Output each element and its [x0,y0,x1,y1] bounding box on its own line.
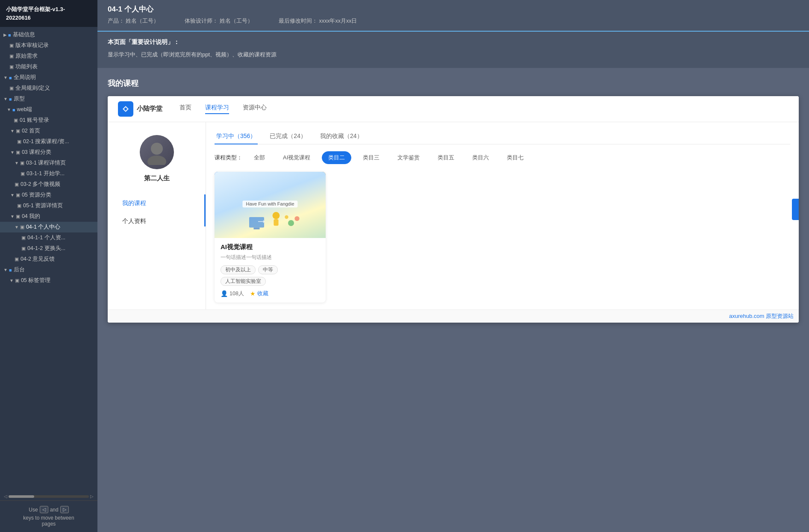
svg-rect-5 [274,219,278,226]
filter-all[interactable]: 全部 [247,151,271,164]
proto-navbar: 小陆学堂 首页 课程学习 资源中心 [108,96,799,122]
sidebar-item-03-2[interactable]: ▣ 03-2 多个微视频 [0,179,97,190]
sidebar-item-后台[interactable]: ▼ ■ 后台 [0,265,97,275]
folder-icon: ■ [8,32,11,38]
item-label: 功能列表 [15,63,38,71]
tab-collected[interactable]: 我的收藏（24） [318,129,365,144]
avatar-placeholder [140,135,174,169]
page-icon: ▣ [16,214,20,219]
product-label: 产品： [108,18,124,24]
student-count: 👤 108人 [221,290,244,297]
tag-level: 初中及以上 [221,265,256,274]
folder-icon: ■ [9,75,12,80]
page-icon: ▣ [15,278,19,283]
tab-learning[interactable]: 学习中（356） [215,129,258,144]
designer-meta: 体验设计师： 姓名（工号） [185,18,253,25]
sidebar-item-01账号[interactable]: ▣ 01 账号登录 [0,115,97,126]
sidebar-item-03-1-1[interactable]: ▣ 03-1-1 开始学... [0,168,97,179]
sidebar-item-功能列表[interactable]: ▣ 功能列表 [0,62,97,72]
content-area: 我的课程 小陆学堂 首页 课程学习 资源中心 [97,68,809,532]
logo-text: 小陆学堂 [137,105,162,113]
sidebar-item-05-1[interactable]: ▣ 05-1 资源详情页 [0,200,97,211]
sidebar-item-03-1[interactable]: ▼ ▣ 03-1 课程详情页 [0,158,97,168]
arrow-icon: ▼ [7,107,11,112]
item-label: web端 [17,106,32,113]
item-label: 原始需求 [15,53,38,60]
menu-item-my-courses[interactable]: 我的课程 [116,194,197,212]
sidebar-item-基础信息[interactable]: ▶ ■ 基础信息 [0,29,97,40]
menu-item-profile[interactable]: 个人资料 [116,212,197,230]
sidebar-item-04-1-1[interactable]: ▣ 04-1-1 个人资... [0,232,97,243]
course-title: AI视觉课程 [221,243,320,251]
key-right: ▷ [60,506,69,513]
filter-cat6[interactable]: 类目六 [466,151,495,164]
active-indicator [204,208,206,226]
arrow-icon: ▼ [10,129,15,133]
sidebar-item-05标签[interactable]: ▼ ▣ 05 标签管理 [0,275,97,286]
filter-ai[interactable]: AI视觉课程 [277,151,317,164]
scroll-left-icon[interactable]: ◁ [3,494,9,499]
svg-point-1 [147,156,166,165]
item-label: 全局说明 [14,74,36,81]
sidebar-item-04-2[interactable]: ▣ 04-2 意见反馈 [0,254,97,265]
sidebar-item-03课程[interactable]: ▼ ▣ 03 课程分类 [0,147,97,158]
page-icon: ▣ [16,192,20,198]
arrow-icon: ▼ [3,267,8,272]
collect-label[interactable]: 收藏 [257,290,268,297]
scroll-right-icon[interactable]: ▷ [89,494,95,499]
page-header: 04-1 个人中心 产品： 姓名（工号） 体验设计师： 姓名（工号） 最后修改时… [97,0,809,31]
page-icon: ▣ [16,150,20,155]
nav-hint-text2: and [50,507,59,513]
sidebar-item-全局规则[interactable]: ▣ 全局规则/定义 [0,83,97,94]
sidebar-item-版本审核记录[interactable]: ▣ 版本审核记录 [0,40,97,51]
filter-cat2[interactable]: 类目二 [322,151,351,164]
tab-completed[interactable]: 已完成（24） [268,129,308,144]
students-count-text: 108人 [229,290,244,297]
svg-point-6 [288,220,294,226]
arrow-icon: ▼ [3,97,8,101]
modified-label: 最后修改时间： [279,18,318,24]
sidebar-item-原始需求[interactable]: ▣ 原始需求 [0,51,97,62]
axure-watermark: axurehub.com 原型资源站 [108,309,799,323]
design-note-panel: 本页面「重要设计说明」： 显示学习中、已完成（即浏览完所有的ppt、视频）、收藏… [97,31,809,68]
sidebar-item-04我的[interactable]: ▼ ▣ 04 我的 [0,211,97,222]
course-list: Have Fun with Fangdie [215,172,790,303]
item-label: 03 课程分类 [22,149,51,156]
sidebar-item-02-1[interactable]: ▣ 02-1 搜索课程/资... [0,136,97,147]
modified-meta: 最后修改时间： xxxx年xx月xx日 [279,18,357,25]
right-collapse-tab[interactable] [792,199,799,220]
page-icon: ▣ [17,203,21,209]
course-card[interactable]: Have Fun with Fangdie [215,172,326,303]
filter-cat5[interactable]: 类目五 [431,151,461,164]
nav-hint-text4: pages [42,521,56,527]
collect-action[interactable]: ★ 收藏 [250,290,268,297]
page-icon: ▣ [17,139,21,144]
item-label: 05-1 资源详情页 [23,202,63,209]
filter-literature[interactable]: 文学鉴赏 [391,151,426,164]
nav-link-resources[interactable]: 资源中心 [243,104,267,114]
svg-point-4 [273,212,280,219]
page-icon: ▣ [14,118,18,123]
sidebar-item-05资源[interactable]: ▼ ▣ 05 资源分类 [0,190,97,200]
sidebar-item-原型[interactable]: ▼ ■ 原型 [0,94,97,104]
sidebar-item-web端[interactable]: ▼ ■ web端 [0,104,97,115]
product-value: 姓名（工号） [126,18,159,24]
horizontal-scrollbar[interactable]: ◁ ▷ [0,492,97,500]
filter-cat3[interactable]: 类目三 [356,151,386,164]
scroll-track[interactable] [9,495,89,498]
sidebar-item-04-1[interactable]: ▼ ▣ 04-1 个人中心 [0,222,97,232]
course-card-info: AI视觉课程 一句话描述一句话描述 初中及以上 中等 人工智能实验室 👤 [215,238,326,303]
svg-rect-3 [254,227,260,229]
sidebar-item-02首页[interactable]: ▼ ▣ 02 首页 [0,126,97,136]
filter-cat7[interactable]: 类目七 [500,151,530,164]
filter-row: 课程类型： 全部 AI视觉课程 类目二 类目三 文学鉴赏 类目五 类目六 类目七 [215,151,790,164]
course-tabs: 学习中（356） 已完成（24） 我的收藏（24） [215,129,790,144]
nav-link-courses[interactable]: 课程学习 [205,104,229,114]
folder-icon: ■ [9,267,12,273]
sidebar-item-全局说明[interactable]: ▼ ■ 全局说明 [0,72,97,83]
proto-user-sidebar: 第二人生 我的课程 个人资料 [108,122,206,309]
sidebar-item-04-1-2[interactable]: ▣ 04-1-2 更换头... [0,243,97,254]
designer-value: 姓名（工号） [220,18,253,24]
scroll-thumb[interactable] [9,495,34,498]
nav-link-home[interactable]: 首页 [179,104,191,114]
